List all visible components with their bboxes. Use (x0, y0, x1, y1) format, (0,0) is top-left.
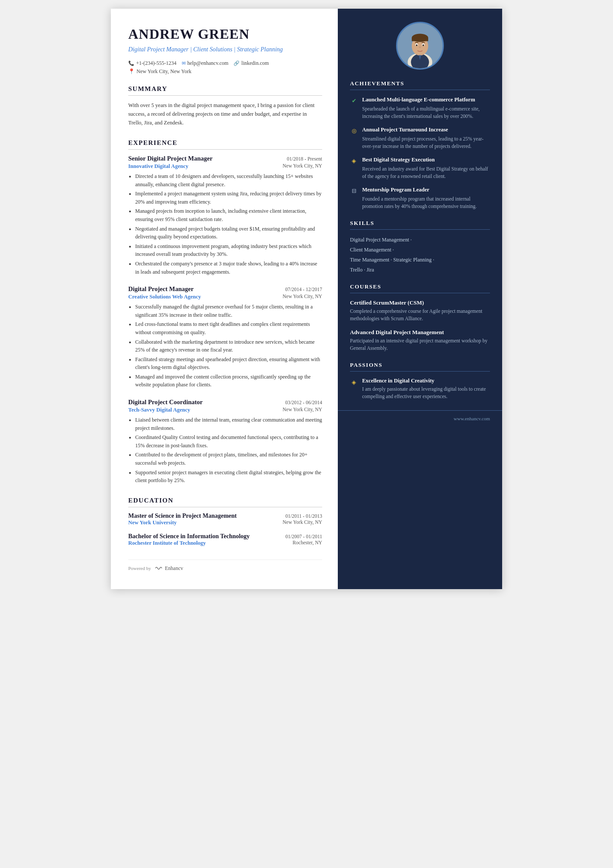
edu-header: Bachelor of Science in Information Techn… (128, 533, 322, 540)
edu-school-line: New York University New York City, NY (128, 519, 322, 526)
left-footer: Powered by Enhancv (128, 560, 322, 572)
edu-school-line: Rochester Institute of Technology Roches… (128, 540, 322, 546)
bullet-item: Led cross-functional teams to meet tight… (135, 320, 322, 336)
bullet-item: Managed and improved the content collect… (135, 373, 322, 389)
right-column: ACHIEVEMENTS ✔ Launched Multi-language E… (338, 9, 502, 589)
linkedin-url: linkedin.com (241, 60, 269, 67)
contact-line: 📞 +1-(234)-555-1234 ✉ help@enhancv.com 🔗… (128, 60, 322, 67)
bullet-item: Coordinated Quality Control testing and … (135, 433, 322, 449)
bullet-item: Initiated a continuous improvement progr… (135, 242, 322, 258)
bullet-item: Managed projects from inception to launc… (135, 207, 322, 223)
exp-location: New York City, NY (283, 407, 322, 413)
bullet-item: Supported senior project managers in exe… (135, 469, 322, 485)
skill-item: Time Management · Strategic Planning · (350, 256, 490, 264)
achievement-content: Mentorship Program Leader Founded a ment… (362, 186, 490, 210)
achievement-item: ⊟ Mentorship Program Leader Founded a me… (350, 186, 490, 210)
brand-name: Enhancv (165, 565, 183, 572)
edu-location: Rochester, NY (293, 540, 322, 546)
bullet-item: Directed a team of 10 designers and deve… (135, 172, 322, 188)
email-address: help@enhancv.com (187, 60, 229, 67)
bullet-item: Collaborated with the marketing departme… (135, 338, 322, 354)
exp-location: New York City, NY (283, 163, 322, 170)
enhancv-logo: Enhancv (154, 565, 183, 572)
achievement-desc: Founded a mentorship program that increa… (362, 195, 490, 211)
achievement-title: Launched Multi-language E-commerce Platf… (362, 96, 490, 104)
svg-rect-6 (412, 38, 428, 41)
exp-company: Innovative Digital Agency (128, 163, 188, 170)
exp-company-line: Tech-Savvy Digital Agency New York City,… (128, 407, 322, 413)
linkedin-icon: 🔗 (233, 60, 240, 66)
experience-entries: Senior Digital Project Manager 01/2018 -… (128, 155, 322, 485)
exp-date: 03/2012 - 06/2014 (285, 400, 322, 405)
exp-company: Creative Solutions Web Agency (128, 294, 201, 300)
course-desc: Participated in an intensive digital pro… (350, 337, 490, 352)
achievement-items: ✔ Launched Multi-language E-commerce Pla… (350, 96, 490, 210)
left-column: ANDREW GREEN Digital Project Manager | C… (111, 9, 338, 589)
courses-section: COURSES Certified ScrumMaster (CSM) Comp… (338, 283, 502, 352)
achievements-title: ACHIEVEMENTS (350, 80, 490, 90)
summary-section: SUMMARY With over 5 years in the digital… (128, 85, 322, 127)
edu-degree: Master of Science in Project Management (128, 513, 237, 519)
linkedin-contact: 🔗 linkedin.com (233, 60, 269, 67)
bullet-item: Negotiated and managed project budgets t… (135, 225, 322, 241)
edu-date: 01/2007 - 01/2011 (285, 534, 322, 539)
exp-date: 07/2014 - 12/2017 (285, 287, 322, 292)
course-title: Certified ScrumMaster (CSM) (350, 299, 490, 306)
phone-contact: 📞 +1-(234)-555-1234 (128, 60, 177, 67)
email-contact: ✉ help@enhancv.com (182, 60, 229, 67)
bullet-item: Orchestrated the company's presence at 3… (135, 260, 322, 276)
exp-header: Senior Digital Project Manager 01/2018 -… (128, 155, 322, 162)
logo-icon (154, 566, 163, 571)
achievement-title: Best Digital Strategy Execution (362, 156, 490, 164)
header-section: ANDREW GREEN Digital Project Manager | C… (128, 26, 322, 75)
experience-entry: Digital Project Manager 07/2014 - 12/201… (128, 285, 322, 389)
education-entries: Master of Science in Project Management … (128, 513, 322, 546)
phone-icon: 📞 (128, 60, 134, 66)
passion-desc: I am deeply passionate about leveraging … (362, 385, 490, 401)
course-item: Advanced Digital Project Management Part… (350, 329, 490, 352)
course-title: Advanced Digital Project Management (350, 329, 490, 336)
exp-company-line: Innovative Digital Agency New York City,… (128, 163, 322, 170)
passion-title: Excellence in Digital Creativity (362, 378, 490, 384)
education-entry: Master of Science in Project Management … (128, 513, 322, 526)
website-url: www.enhancv.com (454, 416, 490, 421)
achievement-item: ✔ Launched Multi-language E-commerce Pla… (350, 96, 490, 120)
exp-date: 01/2018 - Present (287, 156, 322, 161)
achievement-desc: Streamlined digital project processes, l… (362, 135, 490, 151)
experience-entry: Digital Project Coordinator 03/2012 - 06… (128, 399, 322, 485)
svg-point-9 (416, 44, 418, 46)
achievement-desc: Spearheaded the launch of a multilingual… (362, 105, 490, 121)
exp-bullets: Liaised between clients and the internal… (128, 416, 322, 485)
passions-title: PASSIONS (350, 362, 490, 372)
summary-title: SUMMARY (128, 85, 322, 96)
avatar-svg (397, 22, 443, 70)
exp-title: Digital Project Manager (128, 285, 193, 293)
exp-title: Senior Digital Project Manager (128, 155, 213, 162)
exp-header: Digital Project Coordinator 03/2012 - 06… (128, 399, 322, 406)
svg-point-10 (423, 44, 424, 46)
achievement-icon: ◈ (350, 157, 358, 165)
exp-title: Digital Project Coordinator (128, 399, 203, 406)
achievement-icon: ⊟ (350, 187, 358, 195)
passion-icon: ◈ (350, 379, 358, 386)
candidate-name: ANDREW GREEN (128, 26, 322, 42)
courses-title: COURSES (350, 283, 490, 293)
edu-degree: Bachelor of Science in Information Techn… (128, 533, 250, 540)
bullet-item: Implemented a project management system … (135, 190, 322, 206)
exp-bullets: Successfully managed the digital presenc… (128, 303, 322, 389)
skill-item: Digital Project Management · (350, 236, 490, 244)
achievement-content: Launched Multi-language E-commerce Platf… (362, 96, 490, 120)
edu-school: New York University (128, 519, 177, 526)
achievement-desc: Received an industry award for Best Digi… (362, 165, 490, 181)
achievement-content: Best Digital Strategy Execution Received… (362, 156, 490, 180)
achievement-icon: ✔ (350, 97, 358, 105)
exp-company: Tech-Savvy Digital Agency (128, 407, 190, 413)
edu-header: Master of Science in Project Management … (128, 513, 322, 519)
edu-location: New York City, NY (283, 519, 322, 526)
powered-by-text: Powered by (128, 566, 151, 571)
skills-items: Digital Project Management ·Client Manag… (350, 236, 490, 274)
achievements-section: ACHIEVEMENTS ✔ Launched Multi-language E… (338, 80, 502, 210)
experience-entry: Senior Digital Project Manager 01/2018 -… (128, 155, 322, 276)
email-icon: ✉ (182, 60, 186, 66)
skills-section: SKILLS Digital Project Management ·Clien… (338, 220, 502, 274)
